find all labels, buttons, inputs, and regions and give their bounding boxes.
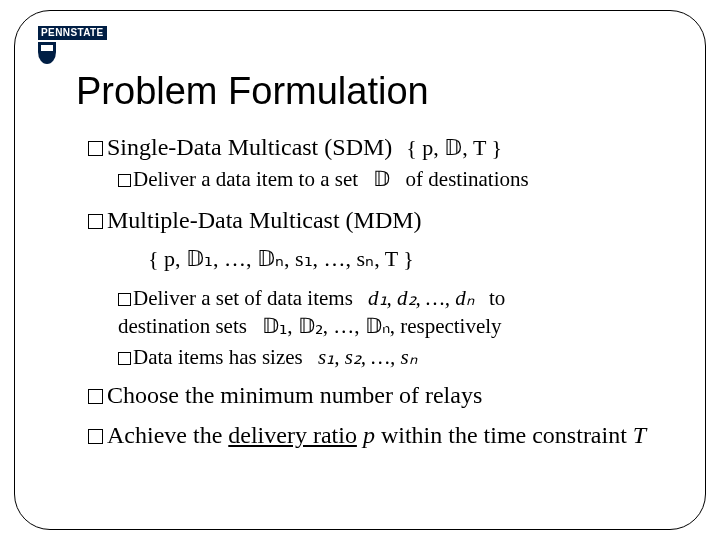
text: Deliver a data item to a set [133, 167, 358, 191]
slide-content: Single-Data Multicast (SDM) { p, 𝔻, T } … [88, 131, 648, 452]
sdm-label: Single-Data Multicast (SDM) [107, 134, 392, 160]
square-bullet-icon [118, 293, 131, 306]
text: Data items has sizes [133, 345, 303, 369]
text: to [489, 286, 505, 310]
bullet-sdm-deliver: Deliver a data item to a set 𝔻 of destin… [118, 165, 648, 193]
square-bullet-icon [88, 214, 103, 229]
mdm-sizes: s₁, s₂, …, sₙ [318, 345, 417, 369]
mdm-data-items: d₁, d₂, …, dₙ [368, 286, 474, 310]
slide-title: Problem Formulation [76, 70, 688, 113]
var-p: p [363, 422, 375, 448]
shield-icon [38, 42, 56, 64]
square-bullet-icon [88, 429, 103, 444]
logo-text: PENNSTATE [38, 26, 107, 40]
mdm-tuple: { p, 𝔻₁, …, 𝔻ₙ, s₁, …, sₙ, T } [148, 244, 648, 274]
slide: PENNSTATE Problem Formulation Single-Dat… [0, 0, 720, 540]
square-bullet-icon [118, 352, 131, 365]
mdm-label: Multiple-Data Multicast (MDM) [107, 207, 422, 233]
text: within the time constraint [375, 422, 633, 448]
bullet-mdm: Multiple-Data Multicast (MDM) [88, 204, 648, 236]
bullet-mdm-sizes: Data items has sizes s₁, s₂, …, sₙ [118, 343, 648, 371]
bullet-sdm: Single-Data Multicast (SDM) { p, 𝔻, T } [88, 131, 648, 163]
bullet-choose: Choose the minimum number of relays [88, 379, 648, 411]
mdm-dest-sets: 𝔻₁, 𝔻₂, …, 𝔻ₙ [262, 314, 390, 338]
square-bullet-icon [118, 174, 131, 187]
bullet-achieve: Achieve the delivery ratio p within the … [88, 419, 648, 451]
text: Achieve the [107, 422, 228, 448]
pennstate-logo: PENNSTATE [38, 22, 110, 64]
bullet-mdm-deliver: Deliver a set of data items d₁, d₂, …, d… [118, 284, 648, 341]
sdm-tuple: { p, 𝔻, T } [406, 133, 502, 163]
var-T: T [633, 422, 646, 448]
sdm-set-symbol: 𝔻 [373, 167, 390, 191]
text: Deliver a set of data items [133, 286, 353, 310]
square-bullet-icon [88, 389, 103, 404]
text: Choose the minimum number of relays [107, 382, 482, 408]
text: destination sets [118, 314, 247, 338]
delivery-ratio-link: delivery ratio [228, 422, 357, 448]
text: of destinations [406, 167, 529, 191]
text: , respectively [390, 314, 502, 338]
square-bullet-icon [88, 141, 103, 156]
